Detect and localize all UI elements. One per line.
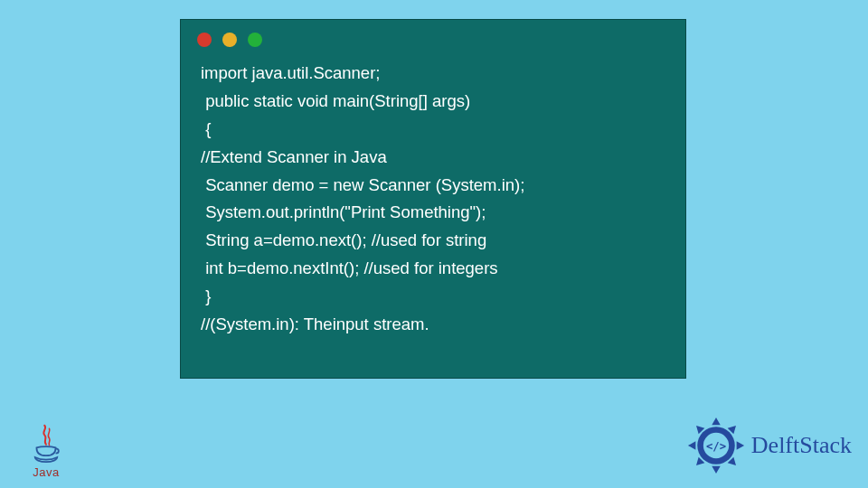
delftstack-logo: </> DelftStack	[686, 416, 852, 475]
delftstack-text: DelftStack	[751, 432, 852, 459]
close-icon	[197, 33, 212, 47]
svg-marker-4	[712, 466, 720, 474]
maximize-icon	[248, 33, 262, 47]
code-window: import java.util.Scanner; public static …	[180, 19, 686, 379]
svg-marker-0	[712, 418, 720, 425]
svg-marker-6	[688, 441, 695, 449]
java-logo: Java	[24, 424, 69, 479]
java-logo-text: Java	[24, 465, 69, 479]
code-block: import java.util.Scanner; public static …	[181, 54, 685, 353]
java-cup-icon	[30, 424, 62, 464]
svg-text:</>: </>	[706, 440, 726, 453]
window-titlebar	[181, 20, 685, 54]
minimize-icon	[222, 33, 237, 47]
svg-marker-2	[736, 441, 743, 449]
delftstack-emblem-icon: </>	[686, 416, 746, 475]
